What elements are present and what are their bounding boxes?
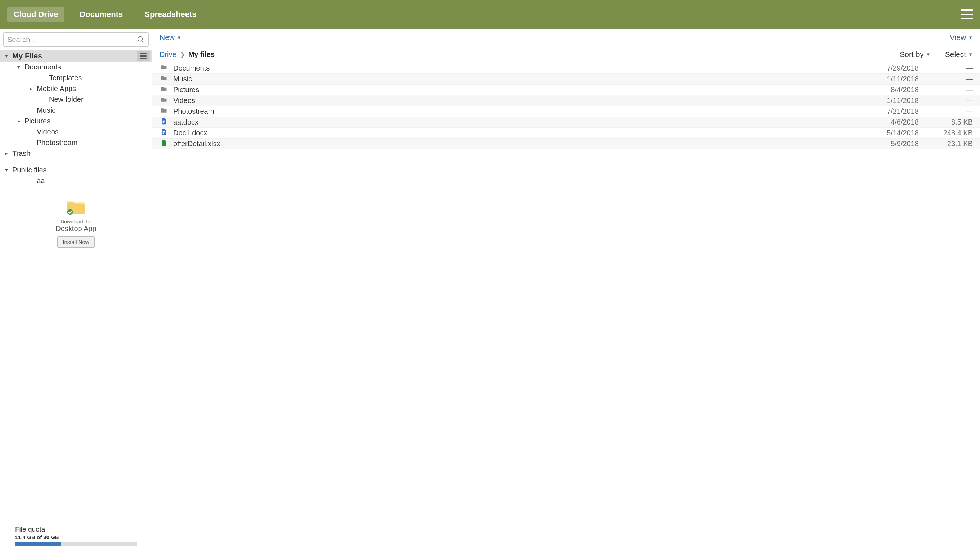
tree-documents[interactable]: ▼ Documents [0,62,152,72]
caret-down-icon: ▼ [968,52,973,57]
topbar-tabs: Cloud Drive Documents Spreadsheets [7,7,203,22]
hamburger-menu-icon[interactable] [961,10,973,19]
install-now-button[interactable]: Install Now [57,237,94,248]
caret-down-icon: ▼ [3,53,10,59]
quota-fill [15,542,61,546]
view-dropdown[interactable]: View ▼ [950,33,973,42]
folder-sync-icon [65,196,86,217]
file-date: 7/21/2018 [854,107,919,116]
file-date: 1/11/2018 [854,75,919,83]
folder-icon [159,64,168,73]
file-row[interactable]: Photostream7/21/2018— [152,106,980,117]
tree-label: New folder [49,95,152,104]
file-row[interactable]: Videos1/11/2018— [152,95,980,106]
topbar: Cloud Drive Documents Spreadsheets [0,0,980,29]
file-date: 7/29/2018 [854,64,919,72]
tree-mobile-apps[interactable]: ▸ Mobile Apps [0,83,152,94]
tree-new-folder[interactable]: ▸ New folder [0,94,152,105]
tree-pictures[interactable]: ▸ Pictures [0,116,152,126]
file-row[interactable]: Doc1.docx5/14/2018248.4 KB [152,128,980,138]
file-row[interactable]: offerDetail.xlsx5/9/201823.1 KB [152,138,980,149]
file-size: — [919,86,973,94]
tree-label: Templates [49,74,152,82]
tree-label: Pictures [24,117,152,125]
file-row[interactable]: Pictures8/4/2018— [152,84,980,95]
tree-templates[interactable]: ▸ Templates [0,72,152,83]
sheet-icon [159,139,168,148]
promo-line1: Download the [52,219,100,225]
file-row[interactable]: Documents7/29/2018— [152,63,980,74]
view-label: View [950,33,966,42]
file-date: 5/9/2018 [854,140,919,148]
chevron-right-icon: ❯ [180,51,185,58]
caret-down-icon: ▼ [16,64,22,70]
tree-label-public: Public files [12,166,152,174]
tree-my-files[interactable]: ▼ My Files [0,50,152,62]
search-icon [137,36,145,44]
tree-label: aa [37,177,152,185]
caret-down-icon: ▼ [177,35,181,40]
tree-music[interactable]: ▸ Music [0,105,152,116]
folder-icon [159,96,168,105]
list-options-icon[interactable] [137,51,150,61]
folder-icon [159,85,168,94]
file-row[interactable]: aa.docx4/6/20188.5 KB [152,117,980,128]
tree-public-files[interactable]: ▼ Public files [0,165,152,175]
sort-by-label: Sort by [900,50,924,59]
tree-scroll[interactable]: ▼ My Files ▼ Documents ▸ Templates ▸ Mob [0,50,152,522]
main-panel: New ▼ View ▼ Drive ❯ My files Sort by ▼ … [152,29,980,551]
caret-right-icon: ▸ [3,151,10,156]
file-name: Doc1.docx [173,129,854,137]
file-date: 1/11/2018 [854,97,919,105]
tree-photostream[interactable]: ▸ Photostream [0,137,152,148]
tree-label-my-files: My Files [12,51,137,60]
desktop-app-promo: Download the Desktop App Install Now [49,190,103,252]
sidebar: ▼ My Files ▼ Documents ▸ Templates ▸ Mob [0,29,152,551]
file-size: — [919,64,973,72]
file-name: Videos [173,97,854,105]
file-size: 8.5 KB [919,118,973,126]
file-name: Photostream [173,107,854,116]
tree-label-trash: Trash [12,149,152,158]
file-name: Pictures [173,86,854,94]
search-box[interactable] [3,32,149,47]
tab-cloud-drive[interactable]: Cloud Drive [7,7,64,22]
tree-videos[interactable]: ▸ Videos [0,126,152,137]
tree-label: Documents [24,63,152,71]
file-date: 4/6/2018 [854,118,919,126]
file-size: — [919,107,973,116]
caret-down-icon: ▼ [968,35,973,40]
tree-label: Photostream [37,138,152,147]
sort-by-dropdown[interactable]: Sort by ▼ [900,50,930,59]
doc-icon [159,118,168,127]
file-quota: File quota 11.4 GB of 30 GB [0,522,152,551]
tree-label: Music [37,106,152,114]
search-input[interactable] [7,36,137,44]
tree-public-aa[interactable]: ▸ aa [0,175,152,186]
file-name: Music [173,75,854,83]
tree-trash[interactable]: ▸ Trash [0,148,152,159]
file-size: — [919,97,973,105]
file-list[interactable]: Documents7/29/2018—Music1/11/2018—Pictur… [152,63,980,551]
caret-right-icon: ▸ [16,118,22,124]
file-size: 23.1 KB [919,140,973,148]
promo-line2: Desktop App [52,225,100,233]
breadcrumb-row: Drive ❯ My files Sort by ▼ Select ▼ [152,46,980,63]
file-size: — [919,75,973,83]
quota-subtitle: 11.4 GB of 30 GB [15,534,137,540]
tab-spreadsheets[interactable]: Spreadsheets [138,7,203,22]
caret-right-icon: ▸ [28,86,34,91]
folder-icon [159,75,168,84]
tree-label: Mobile Apps [37,84,152,93]
new-dropdown[interactable]: New ▼ [159,33,181,42]
tab-documents[interactable]: Documents [73,7,129,22]
file-date: 5/14/2018 [854,129,919,137]
file-size: 248.4 KB [919,129,973,137]
file-name: offerDetail.xlsx [173,140,854,148]
caret-down-icon: ▼ [3,167,10,173]
breadcrumb-root[interactable]: Drive [159,51,177,59]
tree-label: Videos [37,128,152,136]
select-label: Select [945,50,966,59]
select-dropdown[interactable]: Select ▼ [945,50,973,59]
file-row[interactable]: Music1/11/2018— [152,74,980,84]
